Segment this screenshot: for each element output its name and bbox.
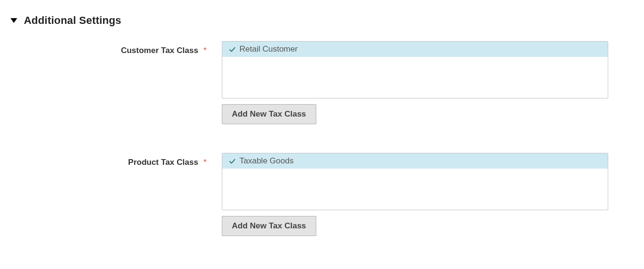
section-toggle[interactable]: Additional Settings (10, 14, 634, 27)
product-tax-class-label: Product Tax Class * (10, 153, 222, 167)
option-label: Retail Customer (239, 44, 298, 54)
customer-tax-class-option-retail[interactable]: Retail Customer (222, 42, 608, 57)
product-tax-class-option-taxable[interactable]: Taxable Goods (222, 153, 608, 169)
customer-tax-class-label-text: Customer Tax Class (121, 46, 198, 55)
check-icon (229, 46, 236, 53)
field-customer-tax-class: Customer Tax Class * Retail Customer Add… (10, 41, 634, 124)
check-icon (229, 158, 236, 164)
field-product-tax-class: Product Tax Class * Taxable Goods Add Ne… (10, 153, 634, 236)
required-star: * (203, 46, 207, 55)
add-product-tax-class-button[interactable]: Add New Tax Class (222, 216, 316, 236)
add-customer-tax-class-button[interactable]: Add New Tax Class (222, 104, 316, 124)
required-star: * (203, 158, 207, 167)
caret-down-icon (10, 18, 17, 23)
section-title: Additional Settings (24, 14, 121, 27)
option-label: Taxable Goods (239, 156, 293, 166)
customer-tax-class-select[interactable]: Retail Customer (222, 41, 608, 98)
customer-tax-class-label: Customer Tax Class * (10, 41, 222, 55)
product-tax-class-label-text: Product Tax Class (128, 158, 198, 167)
product-tax-class-select[interactable]: Taxable Goods (222, 153, 608, 210)
